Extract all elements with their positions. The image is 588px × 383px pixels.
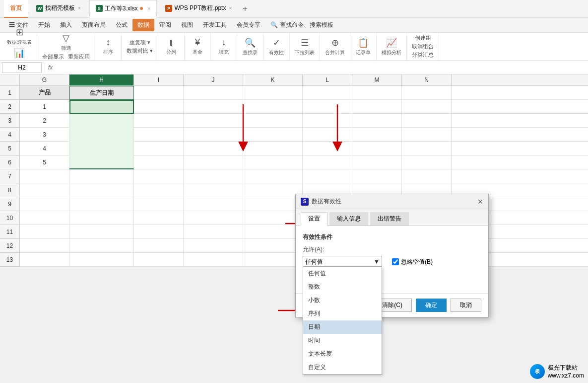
cell-n1[interactable] [402, 86, 452, 100]
menu-start[interactable]: 开始 [33, 19, 55, 31]
cell-i7[interactable] [134, 169, 184, 183]
menu-formula[interactable]: 公式 [111, 19, 132, 31]
formula-input[interactable] [55, 62, 586, 73]
menu-review[interactable]: 审阅 [154, 19, 176, 31]
cell-h2[interactable] [69, 100, 134, 114]
cell-h3[interactable] [69, 114, 134, 128]
cell-n4[interactable] [402, 128, 452, 142]
fill-button[interactable]: ↓ 填充 [214, 36, 234, 57]
cell-m2[interactable] [352, 100, 402, 114]
duplicate-button[interactable]: 重复项 ▾ [128, 38, 152, 47]
cell-m4[interactable] [352, 128, 402, 142]
col-header-h[interactable]: H [69, 75, 134, 85]
cell-j1[interactable] [184, 86, 243, 100]
cancel-button[interactable]: 取消 [451, 299, 481, 312]
cell-m3[interactable] [352, 114, 402, 128]
cell-l5[interactable] [303, 142, 352, 155]
cell-h9[interactable] [69, 197, 134, 211]
ignore-empty-checkbox[interactable] [392, 258, 399, 265]
menu-data[interactable]: 数据 [132, 19, 154, 31]
tab-template-close[interactable]: × [78, 5, 81, 11]
cell-j7[interactable] [184, 169, 243, 183]
dropdown-item-decimal[interactable]: 小数 [303, 294, 382, 307]
menu-layout[interactable]: 页面布局 [77, 19, 111, 31]
cell-g3[interactable]: 2 [20, 114, 69, 128]
menu-member[interactable]: 会员专享 [232, 19, 265, 31]
sort-button[interactable]: ↕ 排序 [98, 36, 118, 57]
validity-button[interactable]: ✓ 有效性 [266, 36, 286, 57]
reapply-button[interactable]: 重新应用 [66, 53, 92, 61]
col-header-j[interactable]: J [184, 75, 243, 85]
subtotal-button[interactable]: 分类汇总 [410, 51, 436, 59]
find-record-button[interactable]: 🔍 查找录 [240, 36, 260, 57]
dropdown-item-custom[interactable]: 自定义 [303, 361, 382, 374]
cell-k7[interactable] [243, 169, 303, 183]
tab-xlsx[interactable]: S 工作等3.xlsx × [89, 0, 157, 18]
cell-h6[interactable] [69, 155, 134, 169]
cell-h12[interactable] [69, 239, 134, 253]
cell-h5[interactable] [69, 142, 134, 155]
cell-h4[interactable] [69, 128, 134, 142]
filter-button[interactable]: ▽ 筛选 [56, 32, 76, 53]
cell-n3[interactable] [402, 114, 452, 128]
cell-i6[interactable] [134, 155, 184, 169]
merge-calc-button[interactable]: ⊕ 合并计算 [323, 36, 347, 57]
cell-j4[interactable] [184, 128, 243, 142]
tab-home[interactable]: 首页 [4, 0, 28, 18]
cell-k8[interactable] [243, 183, 303, 197]
cell-i8[interactable] [134, 183, 184, 197]
col-header-m[interactable]: M [352, 75, 402, 85]
cell-j9[interactable] [184, 197, 243, 211]
record-button[interactable]: 📋 记录单 [353, 36, 373, 57]
cell-i2[interactable] [134, 100, 184, 114]
tab-pptx-close[interactable]: × [229, 5, 232, 11]
cell-m5[interactable] [352, 142, 402, 155]
dropdown-item-any[interactable]: 任何值 [303, 267, 382, 280]
col-header-n[interactable]: N [402, 75, 452, 85]
cell-l2[interactable] [303, 100, 352, 114]
dropdown-item-list[interactable]: 序列 [303, 307, 382, 320]
cell-m6[interactable] [352, 155, 402, 169]
cell-n6[interactable] [402, 155, 452, 169]
cell-j3[interactable] [184, 114, 243, 128]
contrast-button[interactable]: 数据对比 ▾ [125, 47, 155, 55]
add-tab-button[interactable]: + [238, 4, 252, 13]
cell-j10[interactable] [184, 211, 243, 225]
show-all-button[interactable]: 全部显示 [40, 53, 66, 61]
cell-k10[interactable] [243, 211, 303, 225]
menu-view[interactable]: 视图 [176, 19, 198, 31]
cell-h10[interactable] [69, 211, 134, 225]
cell-g1[interactable]: 产品 [20, 86, 69, 100]
cell-i9[interactable] [134, 197, 184, 211]
dialog-tab-settings[interactable]: 设置 [301, 212, 327, 226]
cell-ref-input[interactable] [2, 62, 42, 73]
cell-l3[interactable] [303, 114, 352, 128]
cell-h7[interactable] [69, 169, 134, 183]
dropdown-item-date[interactable]: 日期 [303, 320, 382, 334]
cell-m1[interactable] [352, 86, 402, 100]
confirm-button[interactable]: 确定 [416, 299, 447, 312]
tab-pptx[interactable]: P WPS PPT教程.pptx × [159, 0, 238, 18]
cell-g4[interactable]: 3 [20, 128, 69, 142]
cell-k1[interactable] [243, 86, 303, 100]
cell-j11[interactable] [184, 225, 243, 239]
cell-i5[interactable] [134, 142, 184, 155]
dialog-close-button[interactable]: ✕ [477, 198, 483, 206]
cell-k11[interactable] [243, 225, 303, 239]
col-header-l[interactable]: L [303, 75, 352, 85]
cell-h13[interactable] [69, 253, 134, 267]
cell-j12[interactable] [184, 239, 243, 253]
col-header-g[interactable]: G [20, 75, 69, 85]
cell-i4[interactable] [134, 128, 184, 142]
cell-i3[interactable] [134, 114, 184, 128]
cell-k6[interactable] [243, 155, 303, 169]
simulate-button[interactable]: 📈 模拟分析 [380, 36, 403, 57]
cell-l7[interactable] [303, 169, 352, 183]
create-group-button[interactable]: 创建组 [413, 34, 433, 42]
cell-g12[interactable] [20, 239, 69, 253]
cell-j2[interactable] [184, 100, 243, 114]
cell-h8[interactable] [69, 183, 134, 197]
cell-k2[interactable] [243, 100, 303, 114]
cell-k13[interactable] [243, 253, 303, 267]
menu-dev[interactable]: 开发工具 [198, 19, 232, 31]
